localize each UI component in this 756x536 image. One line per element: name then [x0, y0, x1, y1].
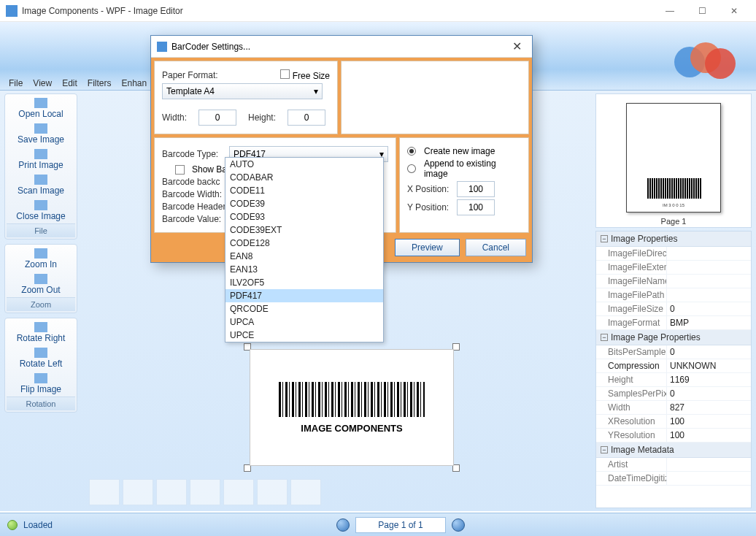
window-title: Image Components - WPF - Image Editor	[22, 6, 183, 16]
close-button[interactable]: ✕	[718, 1, 750, 21]
dropdown-option[interactable]: CODE11	[225, 184, 383, 197]
dropdown-option[interactable]: UPCA	[225, 315, 383, 329]
y-position-input[interactable]	[457, 199, 495, 215]
thumb-item[interactable]	[223, 479, 254, 505]
rotate-right-button[interactable]: Rotate Right	[7, 320, 75, 345]
prop-row[interactable]: ImageFileDirectc	[596, 247, 751, 261]
barcode-graphic	[279, 382, 425, 417]
dropdown-option[interactable]: AUTO	[225, 158, 383, 171]
barcode-preview-canvas[interactable]: IMAGE COMPONENTS	[250, 349, 454, 466]
cancel-button[interactable]: Cancel	[466, 239, 526, 256]
show-barcode-checkbox[interactable]	[175, 165, 185, 175]
prop-row[interactable]: ImageFileName	[596, 275, 751, 288]
prop-cat-meta[interactable]: −Image Metadata	[596, 443, 751, 458]
prop-row[interactable]: ImageFileExtens	[596, 261, 751, 275]
barcode-type-dropdown[interactable]: AUTOCODABARCODE11CODE39CODE93CODE39EXTCO…	[225, 157, 384, 342]
page-preview: IM 3 0 0 15 Page 1	[595, 93, 752, 228]
window-titlebar: Image Components - WPF - Image Editor — …	[0, 0, 756, 22]
close-image-button[interactable]: Close Image	[7, 198, 75, 223]
tool-group-rotation-label: Rotation	[7, 397, 75, 410]
dialog-titlebar[interactable]: BarCoder Settings... ✕	[151, 36, 532, 58]
thumb-item[interactable]	[89, 479, 120, 505]
page-thumbnail[interactable]: IM 3 0 0 15	[626, 103, 721, 213]
dialog-title: BarCoder Settings...	[171, 42, 250, 52]
paper-format-select[interactable]: Template A4▾	[162, 83, 323, 99]
minimize-button[interactable]: —	[654, 1, 686, 21]
page-next-button[interactable]	[452, 518, 465, 532]
tool-group-file: Open Local Save Image Print Image Scan I…	[4, 93, 77, 240]
dropdown-option[interactable]: CODE128	[225, 237, 383, 250]
scan-image-button[interactable]: Scan Image	[7, 172, 75, 198]
prop-row[interactable]: SamplesPerPixel0	[596, 387, 751, 401]
status-bar: Loaded Page 1 of 1	[0, 513, 756, 536]
menu-filters[interactable]: Filters	[88, 78, 112, 88]
main-menu: File View Edit Filters Enhan	[9, 78, 147, 88]
dropdown-option[interactable]: QRCODE	[225, 302, 383, 315]
dropdown-option[interactable]: CODABAR	[225, 171, 383, 184]
menu-view[interactable]: View	[33, 78, 52, 88]
status-text: Loaded	[23, 520, 53, 530]
prop-row[interactable]: ImageFormatBMP	[596, 316, 751, 330]
height-input[interactable]	[288, 110, 325, 126]
x-position-input[interactable]	[457, 181, 495, 197]
append-radio[interactable]	[407, 164, 416, 173]
dropdown-option[interactable]: CODE39	[225, 197, 383, 210]
dropdown-option[interactable]: CODE93	[225, 210, 383, 223]
property-grid[interactable]: −Image Properties ImageFileDirectcImageF…	[595, 231, 752, 508]
tool-group-rotation: Rotate Right Rotate Left Flip Image Rota…	[4, 318, 77, 413]
print-image-button[interactable]: Print Image	[7, 147, 75, 172]
dialog-close-button[interactable]: ✕	[508, 39, 526, 53]
pager: Page 1 of 1	[336, 517, 464, 533]
right-panel: IM 3 0 0 15 Page 1 −Image Properties Ima…	[595, 93, 752, 508]
prop-row[interactable]: BitsPerSample0	[596, 345, 751, 359]
flip-image-button[interactable]: Flip Image	[7, 371, 75, 397]
rotate-left-button[interactable]: Rotate Left	[7, 345, 75, 371]
thumb-item[interactable]	[190, 479, 220, 505]
app-icon	[6, 5, 18, 17]
tool-group-file-label: File	[7, 223, 75, 237]
prop-row[interactable]: ImageFileSize0	[596, 302, 751, 316]
brand-logo	[674, 38, 740, 82]
menu-enhance[interactable]: Enhan	[122, 78, 147, 88]
preview-button[interactable]: Preview	[395, 239, 460, 256]
thumb-item[interactable]	[156, 479, 187, 505]
page-prev-button[interactable]	[336, 518, 350, 532]
thumb-item[interactable]	[257, 479, 288, 505]
status-icon	[7, 520, 18, 530]
maximize-button[interactable]: ☐	[686, 1, 718, 21]
prop-row[interactable]: XResolution100	[596, 415, 751, 429]
menu-file[interactable]: File	[9, 78, 23, 88]
zoom-out-button[interactable]: Zoom Out	[7, 272, 75, 297]
prop-row[interactable]: ImageFilePath	[596, 288, 751, 302]
zoom-in-button[interactable]: Zoom In	[7, 246, 75, 272]
thumb-item[interactable]	[123, 479, 153, 505]
prop-row[interactable]: CompressionUNKNOWN	[596, 359, 751, 373]
open-local-button[interactable]: Open Local	[7, 96, 75, 121]
create-new-radio[interactable]	[407, 147, 416, 156]
menu-edit[interactable]: Edit	[62, 78, 77, 88]
prop-row[interactable]: Artist	[596, 458, 751, 472]
prop-row[interactable]: Width827	[596, 401, 751, 415]
dropdown-option[interactable]: PDF417	[225, 289, 383, 302]
free-size-checkbox[interactable]	[280, 69, 290, 79]
page-label: Page 1	[614, 217, 733, 226]
dropdown-option[interactable]: UPCE	[225, 329, 383, 342]
save-image-button[interactable]: Save Image	[7, 121, 75, 147]
thumb-item[interactable]	[290, 479, 321, 505]
tool-group-zoom: Zoom In Zoom Out Zoom	[4, 244, 77, 313]
prop-row[interactable]: Height1169	[596, 373, 751, 387]
dropdown-option[interactable]: ILV2OF5	[225, 276, 383, 289]
prop-row[interactable]: DateTimeDigitiz	[596, 472, 751, 486]
dialog-icon	[157, 42, 167, 52]
dropdown-option[interactable]: EAN8	[225, 250, 383, 263]
dropdown-option[interactable]: EAN13	[225, 263, 383, 276]
prop-row[interactable]: YResolution100	[596, 429, 751, 443]
chevron-down-icon: ▾	[314, 86, 318, 96]
prop-cat-page[interactable]: −Image Page Properties	[596, 330, 751, 345]
prop-cat-image[interactable]: −Image Properties	[596, 231, 751, 247]
left-toolbar: Open Local Save Image Print Image Scan I…	[4, 93, 77, 508]
dropdown-option[interactable]: CODE39EXT	[225, 223, 383, 237]
width-input[interactable]	[198, 110, 236, 126]
barcode-text: IMAGE COMPONENTS	[301, 423, 402, 434]
page-indicator: Page 1 of 1	[355, 517, 445, 533]
